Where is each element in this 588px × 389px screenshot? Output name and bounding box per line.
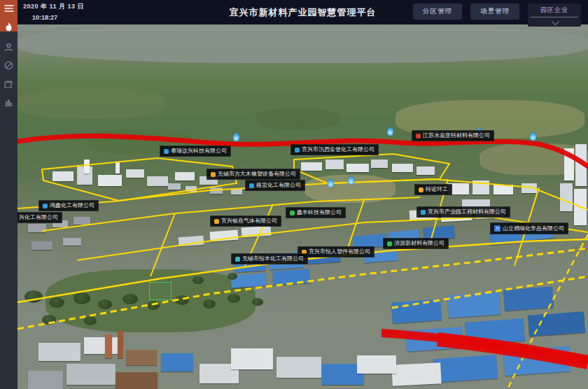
company-label-text: 宜兴市恒人塑件有限公司 (309, 249, 370, 255)
company-label-text: 鸿鑫化工有限公司 (50, 203, 94, 208)
company-label[interactable]: 宜兴市氿西金登化工有限公司 (290, 144, 379, 155)
flame-icon[interactable] (0, 20, 18, 34)
company-label[interactable]: 无锡市恒丰化工有限公司 (231, 253, 308, 264)
company-label[interactable]: 清源新材料有限公司 (383, 238, 449, 249)
company-label-text: 江苏永嘉亚特材料有限公司 (423, 133, 490, 139)
company-label[interactable]: 力山立精细化学品有限公司 (490, 222, 568, 234)
company-marker-icon (290, 211, 295, 215)
company-label-text: 宜兴银燕气体有限公司 (221, 218, 277, 224)
company-label-text: 清源新材料有限公司 (394, 241, 444, 246)
factory-icon[interactable] (0, 76, 18, 90)
company-label[interactable]: 泰瑞达兴科技有限公司 (160, 146, 231, 157)
top-header: 2020 年 11 月 13 日 10:18:27 宜兴市新材料产业园智慧管理平… (18, 0, 588, 24)
zone-manage-button[interactable]: 分区管理 (413, 3, 462, 20)
company-label-text: 山立精细化学品有限公司 (503, 226, 564, 232)
gas-flame-marker[interactable] (328, 179, 334, 188)
gas-flame-marker[interactable] (348, 176, 354, 185)
company-label[interactable]: 宜兴市产业园工程材料有限公司 (416, 206, 510, 218)
company-label[interactable]: 宜兴银燕气体有限公司 (210, 215, 281, 227)
company-label[interactable]: 无锡市方大木橡塑设备有限公司 (206, 169, 300, 180)
gas-flame-marker[interactable] (530, 132, 536, 141)
company-label[interactable]: 鑫丰科技有限公司 (286, 207, 346, 218)
company-marker-icon (214, 219, 219, 224)
scene-manage-button[interactable]: 场景管理 (470, 3, 519, 20)
company-label[interactable]: 宜兴市恒人塑件有限公司 (298, 246, 374, 257)
app-root: 2020 年 11 月 13 日 10:18:27 宜兴市新材料产业园智慧管理平… (0, 0, 588, 389)
company-label-text: 泰瑞达兴科技有限公司 (171, 148, 227, 154)
company-label[interactable]: 鸿鑫化工有限公司 (38, 200, 99, 211)
company-marker-icon (387, 241, 392, 246)
company-marker-icon (249, 183, 254, 188)
chevron-down-icon (552, 17, 559, 25)
company-marker-icon (235, 257, 240, 262)
company-marker-icon (416, 134, 421, 139)
selection-rectangle[interactable] (149, 282, 172, 300)
company-marker-icon (164, 149, 169, 154)
company-marker-icon (419, 188, 424, 192)
map-3d-view[interactable]: 泰瑞达兴科技有限公司宜兴市氿西金登化工有限公司江苏永嘉亚特材料有限公司无锡市方大… (18, 24, 588, 389)
company-label-text: 宜兴市氿西金登化工有限公司 (302, 147, 374, 153)
company-marker-icon (421, 210, 426, 215)
bar-chart-icon[interactable] (0, 94, 18, 108)
company-label[interactable]: 江苏永嘉亚特材料有限公司 (412, 130, 494, 141)
company-marker-icon (295, 148, 300, 153)
company-label-text: 兴化工有限公司 (19, 215, 58, 220)
company-marker-icon (211, 172, 216, 177)
company-label[interactable]: 格雷化工有限公司 (245, 180, 305, 191)
park-enterprise-dropdown-label: 园区企业 (531, 6, 578, 17)
company-marker-icon (43, 204, 48, 208)
company-label-text: 无锡市恒丰化工有限公司 (242, 256, 304, 262)
gas-flame-marker[interactable] (233, 133, 239, 141)
globe-icon[interactable] (0, 58, 18, 72)
sidebar (0, 0, 18, 389)
user-icon[interactable] (0, 40, 18, 54)
park-enterprise-dropdown[interactable]: 园区企业 (528, 3, 581, 27)
company-label[interactable]: 特诺环工 (414, 184, 452, 195)
company-label-text: 无锡市方大木橡塑设备有限公司 (218, 171, 296, 177)
company-label-text: 格雷化工有限公司 (256, 183, 301, 188)
company-label-text: 宜兴市产业园工程材料有限公司 (428, 209, 506, 215)
company-logo-icon: 力 (494, 225, 500, 232)
company-label-text: 鑫丰科技有限公司 (297, 210, 342, 215)
menu-icon[interactable] (0, 1, 18, 15)
gas-flame-marker[interactable] (387, 127, 393, 136)
company-label-text: 特诺环工 (426, 187, 448, 192)
company-label[interactable]: 兴化工有限公司 (18, 212, 62, 223)
